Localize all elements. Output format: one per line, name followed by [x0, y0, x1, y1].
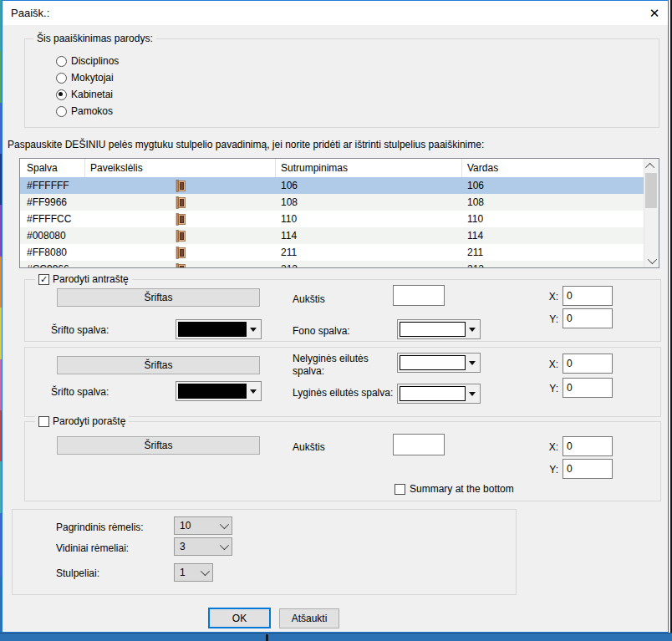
table-row[interactable]: #FF8080 211 211 [20, 244, 645, 261]
show-header-checkbox[interactable]: Parodyti antraštę [35, 273, 132, 285]
column-header-sutrumpinimas[interactable]: Sutrumpinimas [276, 159, 462, 177]
chevron-down-icon [220, 520, 229, 529]
rows-y-input[interactable] [563, 378, 613, 398]
odd-rows-color-label: Nelyginės eilutės spalva: [293, 353, 386, 378]
main-border-label: Pagrindinis rėmelis: [56, 521, 144, 533]
checkbox-label: Parodyti poraštę [53, 415, 125, 427]
door-icon [85, 180, 276, 192]
cell-name: 211 [462, 247, 645, 258]
show-footer-checkbox[interactable]: Parodyti poraštę [35, 415, 129, 427]
radio-mokytojai[interactable]: Mokytojai [56, 72, 114, 84]
rows-font-color-dropdown[interactable] [176, 381, 262, 401]
background-window-divider [266, 634, 268, 641]
legend-settings-dialog: Paaišk.: ✕ Šis paaiškinimas parodys: Dis… [2, 0, 669, 633]
dropdown-arrow-icon [466, 355, 478, 370]
cell-color: #CC9966 [20, 263, 85, 268]
radio-label: Pamokos [71, 105, 113, 117]
odd-rows-color-dropdown[interactable] [397, 353, 481, 373]
columns-count-select[interactable]: 1 [174, 563, 213, 582]
dropdown-arrow-icon [466, 322, 478, 337]
cell-abbr: 211 [276, 247, 462, 258]
close-icon[interactable]: ✕ [644, 5, 664, 22]
footer-height-label: Aukštis [293, 441, 325, 453]
cell-abbr: 108 [276, 196, 462, 208]
footer-x-input[interactable] [563, 436, 613, 456]
column-header-spalva[interactable]: Spalva [20, 159, 85, 177]
cell-name: 114 [462, 230, 645, 242]
cell-name: 212 [462, 263, 645, 268]
columns-count-label: Stulpeliai: [56, 567, 99, 579]
rows-font-button[interactable]: Šriftas [57, 356, 260, 374]
radio-disciplinos[interactable]: Disciplinos [56, 55, 119, 67]
door-icon [85, 196, 276, 209]
table-row[interactable]: #FFFFFF 106 106 [20, 177, 645, 194]
select-value: 3 [180, 541, 220, 552]
inner-borders-label: Vidiniai rėmeliai: [56, 542, 129, 554]
table-row[interactable]: #008080 114 114 [20, 227, 645, 244]
door-icon [85, 247, 276, 259]
table-row[interactable]: #CC9966 212 212 [20, 261, 645, 268]
door-icon [85, 263, 276, 269]
checkbox-icon [38, 274, 49, 285]
cell-color: #FF9966 [20, 196, 85, 208]
cell-abbr: 106 [276, 180, 462, 191]
main-border-select[interactable]: 10 [174, 516, 232, 535]
scroll-down-icon[interactable] [644, 253, 658, 267]
footer-y-label: Y: [542, 464, 558, 476]
table-row[interactable]: #FFFFCC 110 110 [20, 211, 645, 227]
cell-color: #FFFFFF [20, 180, 85, 191]
rows-x-input[interactable] [563, 354, 613, 374]
background-window-bottom-strip [0, 633, 672, 641]
table-row[interactable]: #FF9966 108 108 [20, 194, 645, 211]
chevron-down-icon [220, 541, 229, 550]
rows-x-label: X: [542, 359, 558, 370]
footer-x-label: X: [542, 441, 558, 453]
title-bar [3, 1, 668, 25]
header-height-input[interactable] [393, 285, 445, 306]
color-swatch [400, 322, 466, 337]
header-y-input[interactable] [563, 308, 613, 328]
ok-button[interactable]: OK [208, 608, 271, 628]
table-scrollbar[interactable] [644, 159, 659, 267]
cell-name: 110 [462, 213, 645, 225]
header-bg-color-label: Fono spalva: [293, 325, 350, 337]
door-icon [85, 230, 276, 242]
dialog-title: Paaišk.: [11, 7, 49, 19]
columns-instruction: Paspauskite DEŠINIU pelės mygtuku stulpe… [8, 139, 664, 150]
color-swatch [400, 355, 466, 370]
filter-groupbox: Šis paaiškinimas parodys: Disciplinos Mo… [24, 38, 659, 128]
door-icon [85, 213, 276, 226]
column-header-paveikslelis[interactable]: Paveikslėlis [85, 159, 276, 177]
scroll-up-icon[interactable] [644, 159, 658, 173]
cell-color: #FFFFCC [20, 213, 85, 225]
summary-at-bottom-checkbox[interactable]: Summary at the bottom [395, 483, 514, 495]
cell-color: #008080 [20, 230, 85, 242]
cancel-button[interactable]: Atšaukti [279, 608, 339, 628]
radio-pamokos[interactable]: Pamokos [56, 105, 113, 117]
inner-borders-select[interactable]: 3 [174, 537, 232, 556]
footer-y-input[interactable] [563, 459, 613, 479]
cell-name: 108 [462, 196, 645, 208]
table-header-row: Spalva Paveikslėlis Sutrumpinimas Vardas [20, 159, 645, 177]
columns-table[interactable]: Spalva Paveikslėlis Sutrumpinimas Vardas… [19, 158, 659, 268]
color-swatch [178, 322, 247, 337]
header-height-label: Aukštis [293, 293, 325, 305]
header-font-color-label: Šrifto spalva: [51, 324, 109, 336]
footer-font-button[interactable]: Šriftas [57, 436, 260, 455]
header-x-input[interactable] [563, 286, 613, 306]
select-value: 10 [180, 520, 220, 532]
footer-height-input[interactable] [393, 434, 445, 455]
even-rows-color-dropdown[interactable] [397, 384, 481, 404]
checkbox-label: Parodyti antraštę [53, 273, 129, 285]
header-font-button[interactable]: Šriftas [57, 288, 260, 307]
header-bg-color-dropdown[interactable] [397, 319, 481, 339]
column-header-vardas[interactable]: Vardas [462, 159, 645, 177]
scrollbar-thumb[interactable] [645, 173, 657, 208]
radio-kabinetai[interactable]: Kabinetai [56, 89, 113, 100]
header-font-color-dropdown[interactable] [176, 319, 262, 339]
header-y-label: Y: [542, 313, 558, 325]
checkbox-icon [38, 416, 49, 427]
chevron-down-icon [201, 567, 210, 576]
radio-icon [56, 56, 67, 67]
radio-icon [56, 73, 67, 84]
